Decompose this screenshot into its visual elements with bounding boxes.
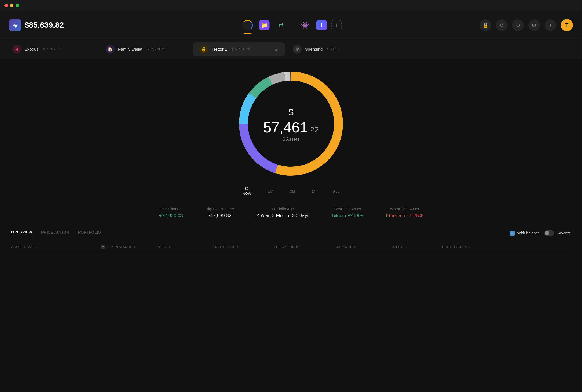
filter-favorite[interactable]: Favorite [544,230,571,236]
minimize-button[interactable] [10,4,13,7]
swap-nav-button[interactable]: ⇄ [274,18,288,32]
titlebar [0,0,582,11]
globe-button[interactable]: ⊕ [512,19,524,31]
col-portfolio-pct-label: PORTFOLIO % [442,245,467,249]
trezor1-chevron-icon: ▲ [274,47,278,51]
main-content: $57,461.22 6 Assets NOW 1M 6M 1Y ALL [0,59,582,392]
stat-portfolio-age-label: Portfolio Age [256,207,309,211]
favorite-toggle-knob [545,231,549,235]
donut-amount: $57,461.22 [262,105,320,135]
wallet-icon: 📁 [259,20,270,30]
favorite-toggle[interactable] [544,230,554,236]
col-30day-trend-label: 30 DAY TREND [274,245,300,249]
timeline-now[interactable]: NOW [243,187,252,196]
col-price-label: PRICE [157,245,168,249]
settings-button[interactable]: ⚙ [528,19,540,31]
col-asset-name-sort-icon: ⇅ [35,246,38,249]
timeline-1m[interactable]: 1M [268,189,273,193]
exodus-tab-name: Exodus [25,47,39,51]
avatar-button[interactable]: T [561,19,573,31]
stat-highest-balance: Highest Balance $47,839.82 [205,207,234,219]
wallet-tabs: ◈ Exodus $15,318.10 🏠 Family wallet $12,… [0,39,582,59]
col-apy-rewards[interactable]: ? APY REWARDS ⇅ [101,245,157,249]
tab-overview[interactable]: OVERVIEW [11,230,32,236]
donut-center: $57,461.22 6 Assets [262,105,320,142]
portfolio-nav-button[interactable] [240,18,255,32]
trezor1-tab-balance: $57,461.22 [231,47,250,51]
center-nav: 📁 ⇄ 👾 ✛ + [240,18,342,32]
timeline-1y[interactable]: 1Y [312,189,316,193]
col-price-sort-icon: ⇅ [169,246,171,249]
grid-button[interactable]: ⊞ [545,19,556,31]
tab-portfolio[interactable]: PORTFOLIO [78,230,101,236]
col-price[interactable]: PRICE ⇅ [157,245,213,249]
col-asset-name[interactable]: ASSET NAME ⇅ [11,245,101,249]
face-icon: 👾 [301,21,309,29]
col-apy-info-icon: ? [101,245,105,249]
timeline-6m[interactable]: 6M [290,189,295,193]
stat-portfolio-age-value: 2 Year, 3 Month, 30 Days [256,213,309,219]
filter-with-balance[interactable]: ✓ With balance [510,231,540,236]
col-apy-sort-icon: ⇅ [134,246,136,249]
spending-tab-balance: $360.50 [327,47,340,51]
profile-nav-button[interactable]: 👾 [298,18,312,32]
stat-best-asset-value: Bitcoin +2.89% [332,213,364,219]
family-tab-name: Family wallet [118,47,142,51]
total-balance: $85,639.82 [25,21,64,30]
timeline-all[interactable]: ALL [333,189,339,193]
history-button[interactable]: ↺ [496,19,508,31]
donut-dollar: $ [288,108,294,117]
col-apy-rewards-label: APY REWARDS [106,245,133,249]
donut-main: 57,461 [263,119,308,135]
close-button[interactable] [4,4,8,7]
app-logo[interactable]: ◈ [9,19,21,31]
col-value[interactable]: VALUE ⇅ [392,245,442,249]
stat-worst-asset-label: Worst 24H Asset [386,207,423,211]
table-tabs: OVERVIEW PRICE ACTION PORTFOLIO ✓ With b… [11,230,571,236]
wallet-tab-family[interactable]: 🏠 Family wallet $12,500.00 [99,42,191,56]
trezor1-icon: 🔒 [199,45,208,54]
trezor1-tab-name: Trezor 1 [212,47,227,51]
nav-separator [293,20,293,30]
tab-price-action[interactable]: PRICE ACTION [41,230,69,236]
table-section: OVERVIEW PRICE ACTION PORTFOLIO ✓ With b… [0,230,582,252]
maximize-button[interactable] [16,4,19,7]
addwallet-nav-button[interactable]: ✛ [315,18,329,32]
donut-assets: 6 Assets [262,137,320,142]
spending-icon: ⊕ [293,45,302,54]
topbar: ◈ $85,639.82 📁 ⇄ 👾 ✛ + 🔒 ↺ ⊕ ⚙ ⊞ [0,11,582,39]
stat-24h-change-label: 24h Change [159,207,183,211]
stat-best-asset-label: Best 24H Asset [332,207,364,211]
wallet-nav-button[interactable]: 📁 [257,18,272,32]
with-balance-label: With balance [517,231,540,235]
col-30day-trend: 30 DAY TREND [274,245,336,249]
wallet-tab-exodus[interactable]: ◈ Exodus $15,318.10 [6,42,98,56]
timeline-label-now: NOW [243,191,252,196]
wallet-tab-trezor1[interactable]: 🔒 Trezor 1 $57,461.22 ▲ [193,42,285,56]
col-value-label: VALUE [392,245,403,249]
chart-area: $57,461.22 6 Assets NOW 1M 6M 1Y ALL [0,59,582,196]
col-balance-sort-icon: ⇅ [354,246,356,249]
timeline-label-1y: 1Y [312,189,316,193]
add-nav-button[interactable]: + [331,20,342,30]
col-portfolio-pct[interactable]: PORTFOLIO % ⇅ [442,245,492,249]
with-balance-checkbox[interactable]: ✓ [510,231,515,236]
lock-button[interactable]: 🔒 [480,19,491,31]
stat-24h-change-value: +$2,930.03 [159,213,183,219]
swap-icon: ⇄ [279,22,284,29]
timeline-label-1m: 1M [268,189,273,193]
col-portfolio-pct-sort-icon: ⇅ [468,246,471,249]
col-24h-change[interactable]: 24H CHANGE ⇅ [213,245,274,249]
stat-best-asset: Best 24H Asset Bitcoin +2.89% [332,207,364,219]
exodus-tab-balance: $15,318.10 [43,47,61,51]
family-tab-balance: $12,500.00 [147,47,165,51]
col-balance[interactable]: BALANCE ⇅ [336,245,392,249]
logo-area: ◈ $85,639.82 [9,19,71,31]
col-24h-change-label: 24H CHANGE [213,245,236,249]
timeline-label-all: ALL [333,189,339,193]
wallet-tab-spending[interactable]: ⊕ Spending $360.50 [286,42,378,56]
favorite-label: Favorite [557,231,571,235]
table-header: ASSET NAME ⇅ ? APY REWARDS ⇅ PRICE ⇅ 24H… [11,242,571,252]
col-balance-label: BALANCE [336,245,353,249]
right-nav: 🔒 ↺ ⊕ ⚙ ⊞ T [480,19,573,31]
